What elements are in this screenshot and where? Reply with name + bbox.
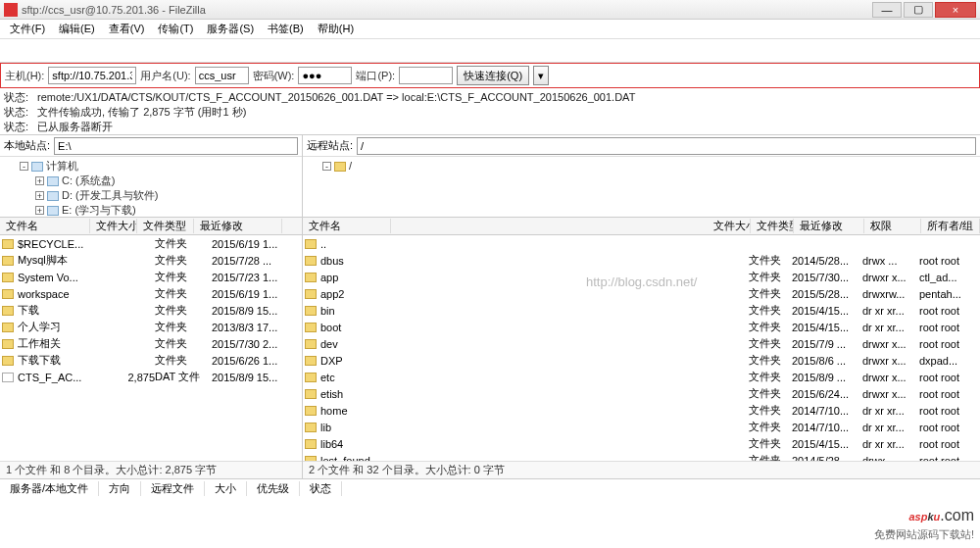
local-column-headers[interactable]: 文件名 文件大小 文件类型 最近修改 — [0, 218, 302, 235]
title-bar: sftp://ccs_usr@10.75.201.36 - FileZilla … — [0, 0, 980, 20]
folder-icon — [334, 162, 346, 172]
maximize-button[interactable]: ▢ — [904, 2, 933, 18]
remote-path-input[interactable] — [357, 137, 976, 155]
folder-icon — [305, 373, 317, 382]
user-label: 用户名(U): — [140, 69, 190, 83]
list-item[interactable]: 工作相关文件夹2015/7/30 2... — [0, 335, 302, 352]
minimize-button[interactable]: — — [872, 2, 902, 18]
list-item[interactable]: 下载文件夹2015/8/9 15... — [0, 302, 302, 319]
list-item[interactable]: $RECYCLE...文件夹2015/6/19 1... — [0, 235, 302, 252]
folder-icon — [2, 306, 14, 316]
local-path-label: 本地站点: — [4, 138, 50, 153]
list-item[interactable]: dev文件夹2015/7/9 ...drwxr x...root root — [303, 335, 980, 352]
menu-item[interactable]: 查看(V) — [103, 20, 151, 38]
list-item[interactable]: .. — [303, 235, 980, 252]
password-input[interactable] — [298, 67, 352, 84]
list-item[interactable]: 下载下载文件夹2015/6/26 1... — [0, 352, 302, 369]
list-item[interactable]: app2文件夹2015/5/28...drwxrw...pentah... — [303, 285, 980, 302]
list-item[interactable]: System Vo...文件夹2015/7/23 1... — [0, 269, 302, 285]
menu-item[interactable]: 帮助(H) — [312, 20, 360, 38]
computer-icon — [31, 162, 43, 172]
folder-icon — [305, 289, 317, 299]
host-input[interactable] — [48, 67, 136, 84]
remote-pane: 远程站点: -/ 文件名 文件大小 文件类型 最近修改 权限 所有者/组 ..d… — [303, 135, 980, 478]
folder-icon — [2, 356, 14, 366]
list-item[interactable]: CTS_F_AC...2,875DAT 文件2015/8/9 15... — [0, 369, 302, 385]
folder-icon — [305, 239, 317, 249]
list-item[interactable]: DXP文件夹2015/8/6 ...drwxr x...dxpad... — [303, 352, 980, 369]
folder-icon — [305, 273, 317, 282]
folder-icon — [305, 439, 317, 449]
quick-connect-dropdown[interactable]: ▾ — [533, 66, 549, 85]
local-tree[interactable]: -计算机 +C: (系统盘) +D: (开发工具与软件) +E: (学习与下载) — [0, 157, 302, 218]
drive-icon — [47, 176, 59, 186]
port-label: 端口(P): — [356, 69, 395, 83]
quick-connect-bar: 主机(H): 用户名(U): 密码(W): 端口(P): 快速连接(Q) ▾ — [0, 63, 980, 88]
folder-icon — [2, 256, 14, 266]
folder-icon — [305, 456, 317, 462]
list-item[interactable]: etish文件夹2015/6/24...drwxr x...root root — [303, 385, 980, 402]
list-item[interactable]: lost_found文件夹2014/5/28...drwx ...root ro… — [303, 452, 980, 461]
list-item[interactable]: 个人学习文件夹2013/8/3 17... — [0, 319, 302, 335]
port-input[interactable] — [399, 67, 453, 84]
remote-column-headers[interactable]: 文件名 文件大小 文件类型 最近修改 权限 所有者/组 — [303, 218, 980, 235]
list-item[interactable]: bin文件夹2015/4/15...dr xr xr...root root — [303, 302, 980, 319]
menu-item[interactable]: 文件(F) — [4, 20, 51, 38]
list-item[interactable]: lib64文件夹2015/4/15...dr xr xr...root root — [303, 435, 980, 452]
list-item[interactable]: Mysql脚本文件夹2015/7/28 ... — [0, 252, 302, 269]
folder-icon — [305, 323, 317, 332]
remote-path-label: 远程站点: — [307, 138, 353, 153]
brand-logo: aspku.com 免费网站源码下载站! — [874, 497, 974, 542]
list-item[interactable]: lib文件夹2014/7/10...dr xr xr...root root — [303, 419, 980, 435]
folder-icon — [305, 406, 317, 416]
folder-icon — [305, 306, 317, 316]
menu-bar: 文件(F)编辑(E)查看(V)传输(T)服务器(S)书签(B)帮助(H) — [0, 20, 980, 39]
list-item[interactable]: app文件夹2015/7/30...drwxr x...ctl_ad... — [303, 269, 980, 285]
app-icon — [4, 3, 18, 17]
remote-file-list[interactable]: ..dbus文件夹2014/5/28...drwx ...root rootap… — [303, 235, 980, 461]
menu-item[interactable]: 服务器(S) — [201, 20, 260, 38]
drive-icon — [47, 206, 59, 216]
list-item[interactable]: dbus文件夹2014/5/28...drwx ...root root — [303, 252, 980, 269]
folder-icon — [2, 239, 14, 249]
password-label: 密码(W): — [253, 69, 295, 83]
list-item[interactable]: home文件夹2014/7/10...dr xr xr...root root — [303, 402, 980, 419]
list-item[interactable]: boot文件夹2015/4/15...dr xr xr...root root — [303, 319, 980, 335]
menu-item[interactable]: 书签(B) — [262, 20, 310, 38]
queue-columns: 服务器/本地文件方向远程文件大小优先级状态 — [0, 479, 980, 497]
username-input[interactable] — [195, 67, 249, 84]
folder-icon — [305, 356, 317, 366]
menu-item[interactable]: 传输(T) — [152, 20, 199, 38]
folder-icon — [305, 339, 317, 349]
local-file-list[interactable]: $RECYCLE...文件夹2015/6/19 1...Mysql脚本文件夹20… — [0, 235, 302, 461]
list-item[interactable]: workspace文件夹2015/6/19 1... — [0, 285, 302, 302]
message-log: 状态:remote:/UX1/DATA/CTS/KOUT/CTS_F_ACCOU… — [0, 88, 980, 135]
file-icon — [2, 373, 14, 382]
folder-icon — [305, 389, 317, 399]
local-path-input[interactable] — [54, 137, 298, 155]
local-status: 1 个文件 和 8 个目录。大小总计: 2,875 字节 — [0, 461, 302, 478]
list-item[interactable]: etc文件夹2015/8/9 ...drwxr x...root root — [303, 369, 980, 385]
host-label: 主机(H): — [5, 69, 44, 83]
folder-icon — [305, 423, 317, 432]
close-button[interactable]: × — [935, 2, 976, 18]
quick-connect-button[interactable]: 快速连接(Q) — [457, 66, 529, 85]
local-pane: 本地站点: -计算机 +C: (系统盘) +D: (开发工具与软件) +E: (… — [0, 135, 303, 478]
window-title: sftp://ccs_usr@10.75.201.36 - FileZilla — [22, 4, 872, 16]
folder-icon — [2, 289, 14, 299]
folder-icon — [2, 339, 14, 349]
folder-icon — [2, 323, 14, 332]
folder-icon — [305, 256, 317, 266]
remote-tree[interactable]: -/ — [303, 157, 980, 218]
drive-icon — [47, 191, 59, 201]
menu-item[interactable]: 编辑(E) — [53, 20, 101, 38]
remote-status: 2 个文件 和 32 个目录。大小总计: 0 字节 — [303, 461, 980, 478]
folder-icon — [2, 273, 14, 282]
toolbar — [0, 39, 980, 63]
